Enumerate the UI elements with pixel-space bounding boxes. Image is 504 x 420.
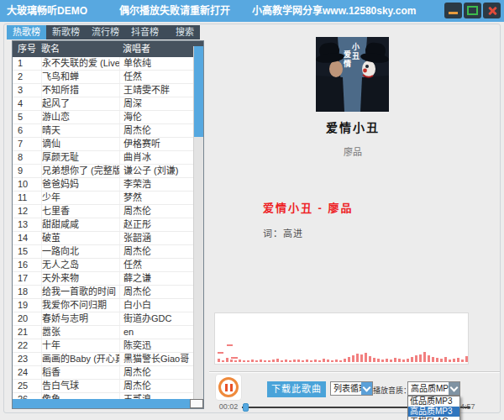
tab-douyin[interactable]: 抖音榜 xyxy=(125,25,165,39)
song-index: 3 xyxy=(13,84,41,97)
wave-bar xyxy=(289,360,291,362)
song-artist: 薛之谦 xyxy=(119,272,192,285)
table-row[interactable]: 11少年梦然 xyxy=(13,192,195,205)
wave-bar xyxy=(239,360,241,362)
table-row[interactable]: 13甜甜咸咸赵正彤 xyxy=(13,218,195,232)
song-name: 天外来物 xyxy=(41,272,119,285)
table-row[interactable]: 20春娇与志明街道办GDC xyxy=(13,312,195,326)
horizontal-scrollbar[interactable] xyxy=(13,399,190,408)
quality-option[interactable]: 低品质MP3 xyxy=(408,396,459,407)
table-row[interactable]: 22十年陈奕迅 xyxy=(13,339,195,353)
wave-bar xyxy=(218,359,220,362)
table-row[interactable]: 4起风了周深 xyxy=(13,97,195,111)
song-title: 爱情小丑 xyxy=(289,118,417,135)
song-artist: 陈奕迅 xyxy=(119,339,192,352)
wave-bar xyxy=(402,360,405,362)
wave-bar xyxy=(428,355,430,362)
song-name: 不知所措 xyxy=(41,84,119,97)
wave-bar xyxy=(348,357,350,362)
song-index: 18 xyxy=(13,286,41,298)
song-artist: 海伦 xyxy=(119,111,192,123)
table-row[interactable]: 6晴天周杰伦 xyxy=(13,124,195,138)
table-body: 1永不失联的爱 (Live)单依纯2飞鸟和蝉任然3不知所措王靖雯不胖4起风了周深… xyxy=(13,57,195,399)
wave-bar xyxy=(436,358,438,362)
song-name: 一路向北 xyxy=(41,245,119,258)
close-button[interactable] xyxy=(483,3,501,18)
minimize-button[interactable] xyxy=(444,3,462,18)
title-notice: 偶尔播放失败请重新打开 xyxy=(119,0,230,22)
table-row[interactable]: 17天外来物薛之谦 xyxy=(13,272,195,286)
song-name: 飞鸟和蝉 xyxy=(41,71,119,83)
wave-bar xyxy=(264,360,266,362)
wave-bar xyxy=(318,360,321,362)
tab-search[interactable]: 搜索 xyxy=(170,25,200,39)
table-row[interactable]: 24稻香周杰伦 xyxy=(13,366,195,380)
song-index: 2 xyxy=(13,71,41,83)
table-row[interactable]: 18给我一首歌的时间周杰伦 xyxy=(13,286,195,299)
table-row[interactable]: 2飞鸟和蝉任然 xyxy=(13,71,195,84)
wave-dash xyxy=(218,352,223,354)
tab-pop[interactable]: 流行榜 xyxy=(86,25,125,39)
wave-bar xyxy=(255,360,258,362)
app-title: 大玻璃畅听DEMO xyxy=(7,0,87,22)
tab-hot[interactable]: 热歌榜 xyxy=(7,25,46,39)
minimize-icon xyxy=(449,12,458,14)
wave-bar xyxy=(444,357,447,362)
maximize-button[interactable] xyxy=(464,3,481,18)
song-index: 22 xyxy=(13,339,41,352)
table-row[interactable]: 10爸爸妈妈李荣浩 xyxy=(13,178,195,192)
vertical-scrollbar-thumb[interactable] xyxy=(194,46,203,137)
table-row[interactable]: 16无人之岛任然 xyxy=(13,259,195,272)
table-row[interactable]: 12七里香周杰伦 xyxy=(13,205,195,218)
quality-option[interactable]: 无损FLAC xyxy=(408,417,459,420)
song-artist: 曲肖冰 xyxy=(119,151,192,164)
wave-bar xyxy=(268,360,270,362)
wave-bar xyxy=(247,360,249,362)
table-row[interactable]: 19我爱你不问归期白小白 xyxy=(13,299,195,312)
wave-bar xyxy=(415,355,417,362)
maximize-icon xyxy=(467,6,478,15)
wave-bar xyxy=(453,359,455,362)
vertical-scrollbar[interactable] xyxy=(193,46,203,399)
song-name: 我爱你不问归期 xyxy=(41,299,119,312)
tab-bar: 热歌榜新歌榜流行榜抖音榜搜索 xyxy=(7,25,200,39)
quality-select[interactable]: 高品质MP3 xyxy=(407,381,460,396)
table-row[interactable]: 21嚣张en xyxy=(13,326,195,339)
table-row[interactable]: 8厚颜无耻曲肖冰 xyxy=(13,151,195,165)
pause-button[interactable] xyxy=(215,374,242,401)
table-row[interactable]: 14破茧张韶涵 xyxy=(13,232,195,245)
table-row[interactable]: 3不知所措王靖雯不胖 xyxy=(13,84,195,97)
table-header: 序号歌名演唱者 xyxy=(13,41,203,57)
song-name: 厚颜无耻 xyxy=(41,151,119,164)
song-index: 13 xyxy=(13,218,41,231)
tab-new[interactable]: 新歌榜 xyxy=(46,25,86,39)
song-index: 10 xyxy=(13,178,41,191)
wave-bar xyxy=(344,359,346,362)
song-index: 25 xyxy=(13,380,41,392)
play-mode-select[interactable]: 列表循环 xyxy=(330,381,373,396)
close-icon xyxy=(487,6,497,16)
download-button[interactable]: 下载此歌曲 xyxy=(267,381,326,397)
table-row[interactable]: 23画画的Baby (开心真...黑猫警长Giao哥 xyxy=(13,353,195,366)
table-row[interactable]: 5游山恋海伦 xyxy=(13,111,195,124)
wave-bar xyxy=(365,353,367,362)
table-row[interactable]: 15一路向北周杰伦 xyxy=(13,245,195,259)
song-artist: 周杰伦 xyxy=(119,205,192,218)
wave-bar xyxy=(281,360,283,362)
pause-icon xyxy=(218,377,239,397)
wave-dash xyxy=(231,357,238,359)
wave-bar xyxy=(352,355,354,362)
quality-value: 高品质MP3 xyxy=(408,382,449,395)
play-mode-value: 列表循环 xyxy=(331,382,361,395)
table-row[interactable]: 1永不失联的爱 (Live)单依纯 xyxy=(13,57,195,71)
chevron-down-icon xyxy=(361,382,372,395)
quality-option[interactable]: 高品质MP3 xyxy=(408,407,459,417)
table-row[interactable]: 26像鱼王贰浪 xyxy=(13,393,195,399)
wave-bar xyxy=(394,358,396,362)
wave-bar xyxy=(407,359,409,362)
progress-thumb[interactable] xyxy=(243,403,249,412)
table-row[interactable]: 7谪仙伊格赛听 xyxy=(13,138,195,151)
table-row[interactable]: 25告白气球周杰伦 xyxy=(13,380,195,393)
song-index: 9 xyxy=(13,165,41,177)
table-row[interactable]: 9兄弟想你了 (完整版...谦公子 (刘谦) xyxy=(13,165,195,178)
